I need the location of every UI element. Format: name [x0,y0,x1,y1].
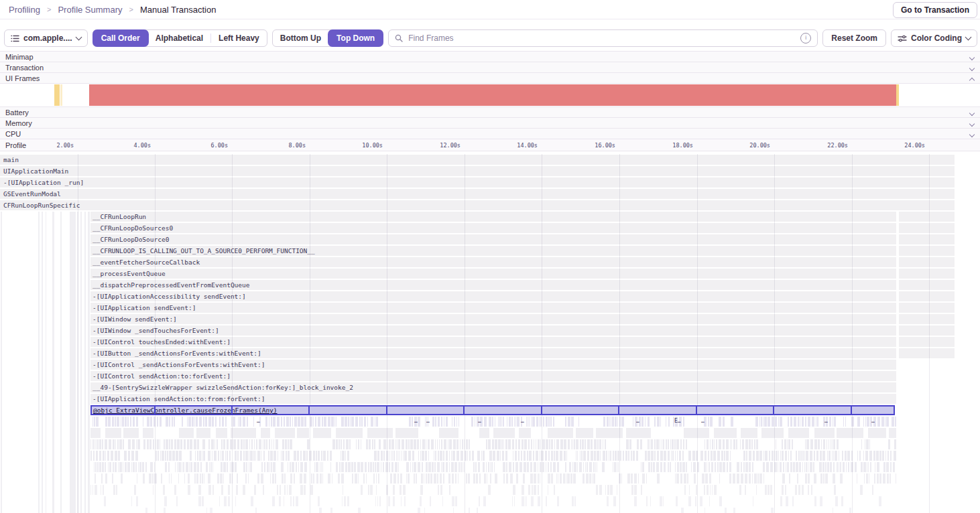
flame-texture-frame[interactable] [266,439,267,449]
flame-texture-frame[interactable] [527,451,528,461]
flame-texture-frame[interactable] [320,462,320,472]
flame-texture-frame[interactable] [785,485,786,495]
flame-texture-frame[interactable] [816,451,818,461]
flame-texture-frame[interactable] [387,439,387,449]
flame-texture-frame[interactable] [802,485,804,495]
flame-texture-frame[interactable] [298,462,299,472]
flame-texture-frame[interactable] [297,451,299,461]
flame-texture-frame[interactable] [364,417,366,427]
flame-texture-frame[interactable] [358,439,359,449]
flame-frame[interactable]: -[UIControl _sendActionsForEvents:withEv… [90,360,896,370]
flame-texture-frame[interactable] [105,417,107,427]
flame-texture-frame[interactable] [679,451,681,461]
flame-texture-frame[interactable] [814,451,815,461]
flame-texture-frame[interactable] [765,451,768,461]
flame-texture-frame[interactable] [505,451,507,461]
flame-texture-frame[interactable] [829,439,829,449]
flame-texture-frame[interactable] [332,439,335,449]
flame-texture-frame[interactable] [460,439,461,449]
flame-texture-frame[interactable] [581,451,583,461]
flame-texture-frame[interactable] [796,451,797,461]
flame-texture-frame[interactable] [549,439,550,449]
flame-texture-frame[interactable] [130,417,131,427]
flame-texture-frame[interactable] [127,462,130,472]
flame-texture-frame[interactable] [350,417,351,427]
flame-texture-frame[interactable] [509,417,511,427]
flame-texture-frame[interactable] [696,485,697,495]
flame-texture-frame[interactable] [327,451,328,461]
flame-texture-frame[interactable] [184,439,186,449]
flame-texture-frame[interactable] [367,428,393,438]
flame-texture-frame[interactable] [458,462,460,472]
flame-texture-frame[interactable] [560,451,562,461]
flame-texture-frame[interactable] [228,496,230,506]
flame-texture-frame[interactable] [684,485,686,495]
flame-texture-frame[interactable] [235,451,237,461]
flame-texture-frame[interactable] [567,473,570,484]
direction-top-down-button[interactable]: Top Down [328,29,383,47]
flame-texture-frame[interactable] [719,439,721,449]
flame-texture-frame[interactable] [451,462,454,472]
flame-texture-frame[interactable] [796,462,798,472]
flame-texture-frame[interactable] [579,462,582,472]
flame-texture-frame[interactable] [769,451,770,461]
flame-texture-frame[interactable] [373,473,375,484]
flame-texture-frame[interactable] [261,473,263,484]
flame-texture-frame[interactable] [313,417,314,427]
flame-texture-frame[interactable] [495,439,497,449]
flame-texture-frame[interactable] [461,451,463,461]
flame-texture-frame[interactable] [454,417,455,427]
flame-texture-frame[interactable] [731,417,733,427]
flame-texture-frame[interactable] [282,451,284,461]
flame-texture-frame[interactable] [614,462,616,472]
flame-texture-frame[interactable] [464,439,465,449]
flame-texture-frame[interactable] [554,451,555,461]
flame-texture-frame[interactable] [679,417,682,427]
flame-texture-frame[interactable] [282,439,284,449]
flame-texture-frame[interactable] [249,439,250,449]
flame-texture-frame[interactable] [468,473,470,484]
flame-texture-frame[interactable] [872,485,873,495]
flame-texture-frame[interactable] [165,462,167,472]
flame-texture-frame[interactable] [414,439,416,449]
flame-frame[interactable]: __dispatchPreprocessedEventFromEventQueu… [90,280,896,290]
flame-texture-frame[interactable] [503,462,505,472]
flame-texture-frame[interactable] [625,451,627,461]
flame-texture-frame[interactable] [372,439,373,449]
flame-frame[interactable]: -[UIControl touchesEnded:withEvent:] [90,337,896,347]
flame-texture-frame[interactable] [631,451,632,461]
flame-texture-frame[interactable] [839,462,839,472]
flame-texture-frame[interactable] [255,508,257,513]
flame-texture-frame[interactable] [488,485,491,495]
flame-texture-frame[interactable] [439,428,458,438]
flame-texture-frame[interactable] [531,496,534,506]
flame-texture-frame[interactable] [585,462,586,472]
flame-texture-frame[interactable] [576,451,576,461]
flame-frame[interactable]: __CFRunLoopDoSource0 [90,234,896,244]
flame-texture-frame[interactable] [612,417,614,427]
flame-texture-frame[interactable] [782,439,783,449]
flame-texture-frame[interactable] [894,439,896,449]
flame-texture-frame[interactable] [212,451,212,461]
flame-texture-frame[interactable] [682,462,685,472]
flame-texture-frame[interactable] [192,417,194,427]
flame-texture-frame[interactable] [160,417,162,427]
flame-texture-frame[interactable] [361,462,363,472]
flame-texture-frame[interactable] [298,417,300,427]
flame-texture-frame[interactable] [833,439,835,449]
flame-texture-frame[interactable] [296,496,298,506]
flame-texture-frame[interactable] [745,485,746,495]
flame-texture-frame[interactable] [229,451,231,461]
flame-texture-frame[interactable] [437,473,438,484]
flame-texture-frame[interactable] [508,439,511,449]
flame-texture-frame[interactable] [876,451,879,461]
flame-texture-frame[interactable] [424,473,424,484]
flame-texture-frame[interactable] [246,462,247,472]
flame-texture-frame[interactable] [495,473,497,484]
flame-texture-frame[interactable] [195,451,196,461]
flame-texture-frame[interactable] [536,417,538,427]
flame-texture-frame[interactable] [621,473,622,484]
flame-texture-frame[interactable] [306,451,308,461]
flame-texture-frame[interactable] [272,496,275,506]
flame-texture-frame[interactable] [90,485,91,495]
